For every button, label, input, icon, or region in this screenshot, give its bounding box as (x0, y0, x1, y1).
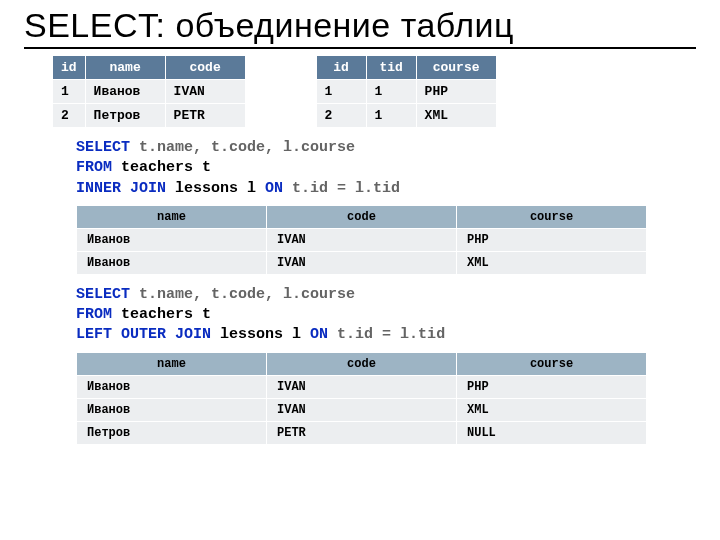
table-ref: teachers t (121, 159, 211, 176)
joined-table: lessons l (220, 326, 301, 343)
cell-course: XML (457, 398, 647, 421)
table-row: 2 1 XML (316, 104, 496, 128)
cell-code: IVAN (267, 375, 457, 398)
table-row: Иванов IVAN XML (77, 251, 647, 274)
cell-tid: 1 (366, 104, 416, 128)
teachers-col-code: code (165, 56, 245, 80)
table-row: 1 1 PHP (316, 80, 496, 104)
sql-query-inner-join: SELECT t.name, t.code, l.course FROM tea… (24, 138, 696, 199)
cell-name: Иванов (77, 398, 267, 421)
cell-course: XML (416, 104, 496, 128)
kw-on: ON (265, 180, 283, 197)
teachers-col-name: name (85, 56, 165, 80)
cell-id: 2 (53, 104, 86, 128)
cell-name: Иванов (77, 375, 267, 398)
left-join-result-table: name code course Иванов IVAN PHP Иванов … (76, 352, 647, 445)
cell-course: PHP (416, 80, 496, 104)
cell-name: Иванов (85, 80, 165, 104)
table-row: Иванов IVAN XML (77, 398, 647, 421)
table-row: Петров PETR NULL (77, 421, 647, 444)
cell-id: 1 (53, 80, 86, 104)
cell-tid: 1 (366, 80, 416, 104)
result-col-name: name (77, 205, 267, 228)
result-col-name: name (77, 352, 267, 375)
lessons-col-tid: tid (366, 56, 416, 80)
lessons-col-course: course (416, 56, 496, 80)
result-col-course: course (457, 205, 647, 228)
table-row: 2 Петров PETR (53, 104, 246, 128)
teachers-table: id name code 1 Иванов IVAN 2 Петров PETR (52, 55, 246, 128)
cell-name: Иванов (77, 228, 267, 251)
fields: t.name, t.code, l.course (139, 139, 355, 156)
source-tables-row: id name code 1 Иванов IVAN 2 Петров PETR… (24, 55, 696, 128)
join-condition: t.id = l.tid (292, 180, 400, 197)
cell-id: 2 (316, 104, 366, 128)
cell-code: IVAN (165, 80, 245, 104)
kw-select: SELECT (76, 286, 130, 303)
table-row: Иванов IVAN PHP (77, 375, 647, 398)
cell-course: XML (457, 251, 647, 274)
kw-left-outer-join: LEFT OUTER JOIN (76, 326, 211, 343)
kw-from: FROM (76, 159, 112, 176)
teachers-col-id: id (53, 56, 86, 80)
table-row: 1 Иванов IVAN (53, 80, 246, 104)
cell-name: Петров (85, 104, 165, 128)
lessons-table: id tid course 1 1 PHP 2 1 XML (316, 55, 497, 128)
join-condition: t.id = l.tid (337, 326, 445, 343)
kw-inner-join: INNER JOIN (76, 180, 166, 197)
cell-name: Петров (77, 421, 267, 444)
joined-table: lessons l (175, 180, 256, 197)
kw-from: FROM (76, 306, 112, 323)
cell-name: Иванов (77, 251, 267, 274)
fields: t.name, t.code, l.course (139, 286, 355, 303)
cell-course: PHP (457, 228, 647, 251)
cell-id: 1 (316, 80, 366, 104)
slide-title: SELECT: объединение таблиц (24, 6, 696, 49)
lessons-col-id: id (316, 56, 366, 80)
cell-code: PETR (267, 421, 457, 444)
table-row: Иванов IVAN PHP (77, 228, 647, 251)
cell-code: PETR (165, 104, 245, 128)
cell-code: IVAN (267, 228, 457, 251)
sql-query-left-join: SELECT t.name, t.code, l.course FROM tea… (24, 285, 696, 346)
result-col-code: code (267, 352, 457, 375)
cell-course: PHP (457, 375, 647, 398)
cell-course: NULL (457, 421, 647, 444)
table-ref: teachers t (121, 306, 211, 323)
result-col-course: course (457, 352, 647, 375)
cell-code: IVAN (267, 251, 457, 274)
cell-code: IVAN (267, 398, 457, 421)
inner-join-result-table: name code course Иванов IVAN PHP Иванов … (76, 205, 647, 275)
kw-on: ON (310, 326, 328, 343)
result-col-code: code (267, 205, 457, 228)
kw-select: SELECT (76, 139, 130, 156)
